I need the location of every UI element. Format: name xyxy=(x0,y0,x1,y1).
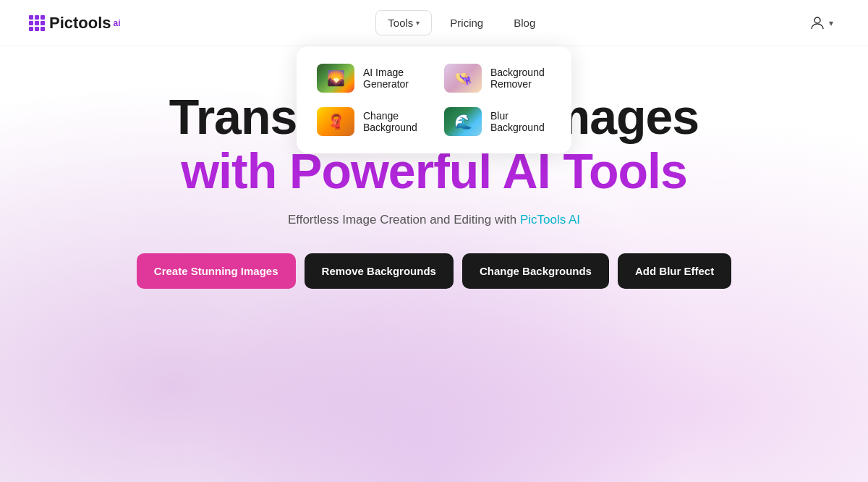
ai-image-generator-label: AI Image Generator xyxy=(363,67,424,90)
cta-buttons-container: Create Stunning Images Remove Background… xyxy=(29,253,839,289)
ai-image-generator-thumb xyxy=(317,64,354,93)
blog-nav-item[interactable]: Blog xyxy=(501,10,548,35)
background-remover-thumb xyxy=(444,64,482,93)
blur-background-thumb xyxy=(444,107,482,136)
remove-backgrounds-button[interactable]: Remove Backgrounds xyxy=(305,253,454,289)
change-backgrounds-button[interactable]: Change Backgrounds xyxy=(462,253,609,289)
navbar: Pictoolsai Tools ▾ Pricing Blog ▾ xyxy=(0,0,868,46)
nav-center: Tools ▾ Pricing Blog xyxy=(375,10,548,35)
logo-ai-suffix: ai xyxy=(114,18,121,28)
user-account-button[interactable]: ▾ xyxy=(803,9,839,38)
blog-label: Blog xyxy=(514,17,535,29)
tools-label: Tools xyxy=(388,17,413,29)
hero-subtitle-text: Effortless Image Creation and Editing wi… xyxy=(288,213,520,227)
hero-subtitle: Effortless Image Creation and Editing wi… xyxy=(29,213,839,227)
dropdown-item-blur-background[interactable]: Blur Background xyxy=(438,104,557,139)
user-icon xyxy=(809,14,826,32)
logo-text: Pictools xyxy=(49,14,111,33)
logo-grid-icon xyxy=(29,15,45,31)
blur-background-label: Blur Background xyxy=(490,110,551,133)
pricing-label: Pricing xyxy=(450,17,483,29)
dropdown-item-background-remover[interactable]: Background Remover xyxy=(438,61,557,96)
svg-point-0 xyxy=(814,17,820,23)
background-remover-label: Background Remover xyxy=(490,67,551,90)
chevron-down-icon: ▾ xyxy=(829,18,833,28)
dropdown-menu-container: AI Image Generator Background Remover Ch… xyxy=(297,46,571,153)
logo[interactable]: Pictoolsai xyxy=(29,14,121,33)
create-stunning-images-button[interactable]: Create Stunning Images xyxy=(137,253,296,289)
add-blur-effect-button[interactable]: Add Blur Effect xyxy=(618,253,731,289)
pricing-nav-item[interactable]: Pricing xyxy=(438,10,495,35)
nav-right: ▾ xyxy=(803,9,839,38)
dropdown-item-change-background[interactable]: Change Background xyxy=(311,104,430,139)
tools-dropdown: AI Image Generator Background Remover Ch… xyxy=(297,46,571,153)
chevron-down-icon: ▾ xyxy=(416,19,420,27)
tools-menu-button[interactable]: Tools ▾ xyxy=(375,10,432,35)
hero-subtitle-highlight: PicTools AI xyxy=(520,213,580,227)
dropdown-item-ai-image-generator[interactable]: AI Image Generator xyxy=(311,61,430,96)
change-background-label: Change Background xyxy=(363,110,424,133)
change-background-thumb xyxy=(317,107,354,136)
